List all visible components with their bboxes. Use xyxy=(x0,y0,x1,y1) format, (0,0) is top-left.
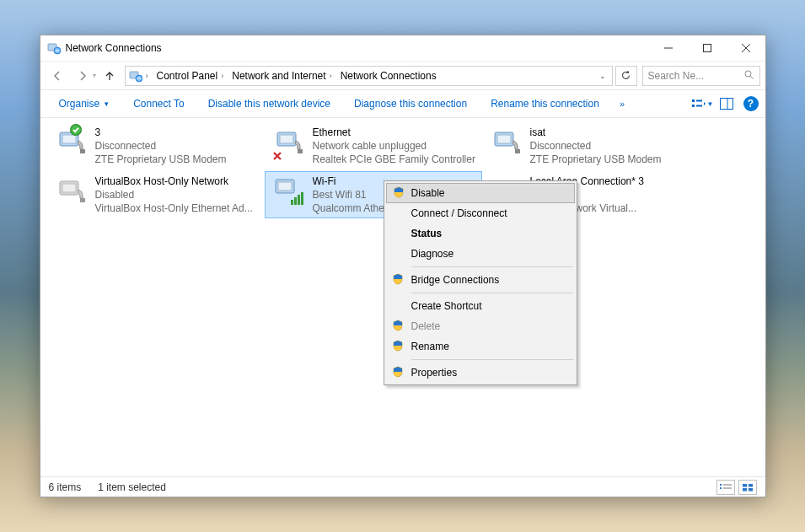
large-icons-view-button[interactable] xyxy=(738,480,757,495)
connection-icon xyxy=(51,175,92,210)
window-title: Network Connections xyxy=(66,42,649,54)
context-menu-label: Delete xyxy=(411,320,441,332)
connection-item[interactable]: VirtualBox Host-Only NetworkDisabledVirt… xyxy=(47,171,265,218)
connection-icon xyxy=(486,126,527,161)
shield-icon xyxy=(392,186,405,201)
help-button[interactable]: ? xyxy=(743,96,759,111)
svg-rect-21 xyxy=(696,100,702,102)
context-menu-item[interactable]: Disable xyxy=(386,183,575,203)
search-placeholder: Search Ne... xyxy=(648,70,705,82)
context-menu-item[interactable]: Create Shortcut xyxy=(386,296,575,316)
connection-device: ZTE Proprietary USB Modem xyxy=(530,153,695,166)
svg-rect-27 xyxy=(723,484,732,485)
context-menu-label: Status xyxy=(411,228,443,239)
context-menu-label: Properties xyxy=(411,367,458,379)
shield-icon xyxy=(391,273,405,287)
connection-device: VirtualBox Host-Only Ethernet Ad... xyxy=(95,202,260,215)
connection-item[interactable]: 3DisconnectedZTE Proprietary USB Modem xyxy=(47,122,265,169)
context-menu-item[interactable]: Connect / Disconnect xyxy=(386,203,575,223)
forward-button[interactable] xyxy=(71,64,94,88)
details-view-button[interactable] xyxy=(716,480,735,495)
connection-device: Realtek PCIe GBE Family Controller xyxy=(313,153,478,166)
up-button[interactable] xyxy=(98,64,121,88)
context-menu-label: Bridge Connections xyxy=(411,274,500,286)
status-bar: 6 items 1 item selected xyxy=(40,476,765,497)
address-dropdown[interactable]: ⌄ xyxy=(595,72,610,80)
context-menu-separator xyxy=(411,359,573,360)
svg-rect-28 xyxy=(723,487,732,488)
context-menu-separator xyxy=(411,266,573,267)
context-menu-item[interactable]: Properties xyxy=(386,363,575,383)
shield-icon xyxy=(391,340,405,354)
svg-point-17 xyxy=(745,71,751,77)
svg-rect-31 xyxy=(743,488,747,492)
svg-rect-25 xyxy=(720,484,722,486)
svg-line-18 xyxy=(750,76,753,78)
connection-item[interactable]: isatDisconnectedZTE Proprietary USB Mode… xyxy=(482,122,700,169)
context-menu-label: Connect / Disconnect xyxy=(411,207,507,219)
svg-rect-30 xyxy=(749,484,753,487)
svg-rect-19 xyxy=(692,99,695,102)
context-menu-item[interactable]: Bridge Connections xyxy=(386,270,575,290)
svg-rect-23 xyxy=(720,99,733,110)
connection-name: VirtualBox Host-Only Network xyxy=(95,175,260,188)
back-button[interactable] xyxy=(46,64,69,88)
context-menu-item[interactable]: Rename xyxy=(386,336,575,357)
breadcrumb-network-connections[interactable]: Network Connections xyxy=(337,67,440,85)
context-menu-separator xyxy=(411,293,573,293)
more-commands-button[interactable]: » xyxy=(611,99,635,109)
connection-icon xyxy=(269,126,309,161)
svg-rect-22 xyxy=(696,105,702,107)
context-menu-label: Diagnose xyxy=(411,248,454,260)
shield-icon xyxy=(391,366,405,380)
search-input[interactable]: Search Ne... xyxy=(642,66,760,86)
selection-count: 1 item selected xyxy=(98,481,166,493)
context-menu-item[interactable]: Diagnose xyxy=(386,244,575,264)
breadcrumb-icon[interactable]: › xyxy=(127,67,152,85)
connection-item[interactable]: EthernetNetwork cable unpluggedRealtek P… xyxy=(265,122,482,169)
connection-device: ZTE Proprietary USB Modem xyxy=(95,153,260,166)
connection-icon xyxy=(269,175,309,210)
minimize-button[interactable] xyxy=(649,35,688,61)
svg-rect-32 xyxy=(749,488,753,492)
connection-name: isat xyxy=(530,126,695,139)
connection-name: Ethernet xyxy=(313,126,478,139)
svg-rect-29 xyxy=(743,484,747,487)
address-bar[interactable]: › Control Panel› Network and Internet› N… xyxy=(125,66,613,86)
connect-to-button[interactable]: Connect To xyxy=(121,93,196,115)
disable-device-button[interactable]: Disable this network device xyxy=(196,93,342,115)
svg-rect-20 xyxy=(692,105,695,107)
connection-status: Network cable unplugged xyxy=(313,139,478,153)
close-button[interactable] xyxy=(727,35,765,61)
connection-status: Disabled xyxy=(95,188,260,202)
context-menu-label: Rename xyxy=(411,341,449,352)
context-menu: DisableConnect / DisconnectStatusDiagnos… xyxy=(384,180,577,385)
recent-locations-dropdown[interactable]: ▾ xyxy=(93,72,96,79)
item-count: 6 items xyxy=(49,481,82,493)
maximize-button[interactable] xyxy=(688,35,727,61)
organise-menu[interactable]: Organise▼ xyxy=(47,93,122,115)
command-bar: Organise▼ Connect To Disable this networ… xyxy=(40,89,765,118)
svg-rect-14 xyxy=(703,45,711,52)
navbar: ▾ › Control Panel› Network and Internet›… xyxy=(40,61,765,89)
search-icon xyxy=(743,69,754,83)
connection-status: Disconnected xyxy=(95,139,260,153)
context-menu-item: Delete xyxy=(386,316,575,336)
titlebar: Network Connections xyxy=(40,35,765,61)
rename-button[interactable]: Rename this connection xyxy=(479,93,611,115)
window: Network Connections ▾ › Control Panel› N… xyxy=(40,35,766,497)
context-menu-item[interactable]: Status xyxy=(386,223,575,244)
diagnose-button[interactable]: Diagnose this connection xyxy=(342,93,479,115)
shield-icon xyxy=(391,320,405,334)
view-options-button[interactable]: ▼ xyxy=(691,98,715,110)
connection-status: Disconnected xyxy=(530,139,695,153)
svg-rect-26 xyxy=(720,487,722,489)
app-icon xyxy=(47,41,61,55)
breadcrumb-control-panel[interactable]: Control Panel› xyxy=(153,67,228,85)
preview-pane-button[interactable] xyxy=(715,98,738,110)
context-menu-label: Disable xyxy=(411,187,445,199)
breadcrumb-network-internet[interactable]: Network and Internet› xyxy=(228,67,335,85)
connection-icon xyxy=(51,126,92,161)
context-menu-label: Create Shortcut xyxy=(411,300,482,312)
refresh-button[interactable] xyxy=(615,66,637,86)
